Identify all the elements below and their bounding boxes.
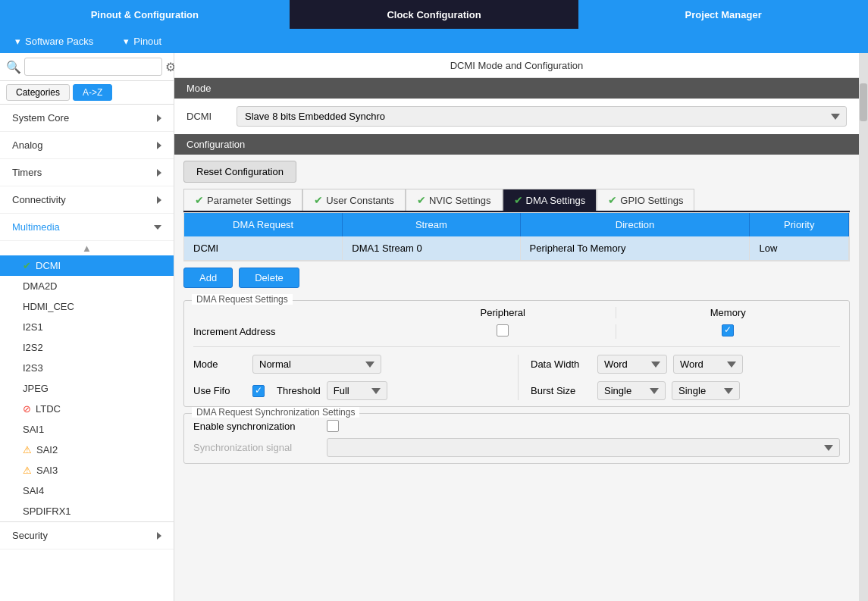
data-width-row: Data Width Byte Half Word Word Byte Half… xyxy=(531,355,840,374)
peripheral-increment-checkbox-wrapper xyxy=(390,324,616,339)
sidebar-item-sai3[interactable]: ⚠ SAI3 xyxy=(0,460,174,480)
sidebar-item-i2s1[interactable]: I2S1 xyxy=(0,317,174,337)
settings-right-col: Data Width Byte Half Word Word Byte Half… xyxy=(518,355,840,400)
chevron-right-icon xyxy=(157,169,161,177)
sidebar-item-analog[interactable]: Analog xyxy=(0,132,174,159)
threshold-label: Threshold xyxy=(277,385,321,396)
sidebar-item-i2s3[interactable]: I2S3 xyxy=(0,358,174,378)
chevron-right-icon xyxy=(157,532,161,540)
tab-categories[interactable]: Categories xyxy=(6,84,70,101)
tab-nvic-settings[interactable]: ✔ NVIC Settings xyxy=(406,189,503,211)
sidebar-item-sai2[interactable]: ⚠ SAI2 xyxy=(0,440,174,460)
reset-config-button[interactable]: Reset Configuration xyxy=(183,161,296,183)
sidebar-item-dma2d[interactable]: DMA2D xyxy=(0,276,174,296)
top-navigation: Pinout & Configuration Clock Configurati… xyxy=(0,0,868,29)
tab-gpio-settings[interactable]: ✔ GPIO Settings xyxy=(597,189,694,211)
chevron-down-icon xyxy=(154,225,161,230)
settings-columns: Mode Normal Circular Peripheral Flow Con… xyxy=(193,355,840,400)
burst-size-label: Burst Size xyxy=(531,385,591,396)
data-width-memory-select[interactable]: Byte Half Word Word xyxy=(673,355,743,374)
arrow-icon: ▾ xyxy=(124,36,129,47)
search-input[interactable] xyxy=(24,58,162,76)
scrollbar-thumb[interactable] xyxy=(860,83,867,121)
check-icon: ✔ xyxy=(608,194,617,206)
mode-form-label: Mode xyxy=(193,358,246,370)
burst-size-memory-select[interactable]: Single INCR4 INCR8 INCR16 xyxy=(672,381,740,400)
chevron-right-icon xyxy=(157,142,161,149)
use-fifo-label: Use Fifo xyxy=(193,385,246,396)
dcmi-mode-wrapper: Slave 8 bits Embedded Synchro xyxy=(237,106,847,127)
memory-increment-checkbox[interactable] xyxy=(722,324,734,336)
cell-direction: Peripheral To Memory xyxy=(520,236,750,261)
tab-atoz[interactable]: A->Z xyxy=(73,84,112,101)
data-width-peripheral-select[interactable]: Byte Half Word Word xyxy=(597,355,667,374)
chevron-right-icon xyxy=(157,114,161,122)
scrollbar[interactable] xyxy=(859,53,868,601)
sidebar-item-i2s2[interactable]: I2S2 xyxy=(0,337,174,358)
dma-table: DMA Request Stream Direction Priority DC… xyxy=(184,213,849,261)
sidebar-item-system-core[interactable]: System Core xyxy=(0,105,174,132)
nav-clock-config[interactable]: Clock Configuration xyxy=(290,0,579,29)
warning-icon: ⚠ xyxy=(23,444,32,455)
tab-dma-settings[interactable]: ✔ DMA Settings xyxy=(503,189,597,211)
mode-section-header: Mode xyxy=(174,78,859,99)
sidebar-item-security[interactable]: Security xyxy=(0,521,174,549)
check-icon: ✔ xyxy=(195,194,204,206)
content-area: DCMI Mode and Configuration Mode DCMI Sl… xyxy=(174,53,859,601)
sync-settings-fieldset: DMA Request Synchronization Settings Ena… xyxy=(183,413,850,464)
sub-navigation: ▾ Software Packs ▾ Pinout xyxy=(0,29,868,53)
subnav-software-packs[interactable]: ▾ Software Packs xyxy=(0,36,108,47)
main-layout: 🔍 ⚙ Categories A->Z System Core Analog xyxy=(0,53,868,601)
search-bar: 🔍 ⚙ xyxy=(0,53,174,81)
cell-priority: Low xyxy=(750,236,849,261)
config-area: Reset Configuration ✔ Parameter Settings… xyxy=(174,155,859,470)
enable-sync-checkbox[interactable] xyxy=(327,420,339,432)
col-dma-request: DMA Request xyxy=(184,213,343,236)
dcmi-label: DCMI xyxy=(186,111,224,122)
tab-parameter-settings[interactable]: ✔ Parameter Settings xyxy=(183,189,302,211)
add-button[interactable]: Add xyxy=(183,268,233,288)
dcmi-mode-select[interactable]: Slave 8 bits Embedded Synchro xyxy=(237,106,847,127)
increment-address-row: Increment Address xyxy=(193,324,840,339)
col-priority: Priority xyxy=(750,213,849,236)
burst-size-peripheral-select[interactable]: Single INCR4 INCR8 INCR16 xyxy=(597,381,666,400)
use-fifo-checkbox[interactable] xyxy=(252,385,265,397)
scroll-up-icon[interactable]: ▲ xyxy=(0,241,174,255)
sidebar-item-hdmi-cec[interactable]: HDMI_CEC xyxy=(0,296,174,317)
sidebar-item-ltdc[interactable]: ⊘ LTDC xyxy=(0,399,174,419)
sidebar: 🔍 ⚙ Categories A->Z System Core Analog xyxy=(0,53,174,601)
table-row[interactable]: DCMI DMA1 Stream 0 Peripheral To Memory … xyxy=(184,236,849,261)
search-icon[interactable]: 🔍 xyxy=(6,60,21,74)
nav-pinout-config[interactable]: Pinout & Configuration xyxy=(0,0,290,29)
sidebar-item-timers[interactable]: Timers xyxy=(0,159,174,186)
error-icon: ⊘ xyxy=(23,403,31,415)
sync-signal-select[interactable] xyxy=(327,438,840,457)
sidebar-item-sai4[interactable]: SAI4 xyxy=(0,480,174,501)
peripheral-label: Peripheral xyxy=(390,307,616,318)
mode-select[interactable]: Normal Circular Peripheral Flow Control xyxy=(252,355,381,374)
memory-label: Memory xyxy=(616,307,841,318)
sidebar-item-jpeg[interactable]: JPEG xyxy=(0,378,174,399)
cell-stream: DMA1 Stream 0 xyxy=(343,236,520,261)
sidebar-item-dcmi[interactable]: ✔ DCMI xyxy=(0,255,174,276)
delete-button[interactable]: Delete xyxy=(239,268,299,288)
content-title: DCMI Mode and Configuration xyxy=(174,53,859,78)
col-stream: Stream xyxy=(343,213,520,236)
config-section-header: Configuration xyxy=(174,134,859,155)
sidebar-item-multimedia[interactable]: Multimedia xyxy=(0,214,174,241)
sidebar-item-sai1[interactable]: SAI1 xyxy=(0,419,174,440)
sidebar-item-connectivity[interactable]: Connectivity xyxy=(0,186,174,214)
dma-settings-legend: DMA Request Settings xyxy=(192,294,293,305)
nav-project-manager[interactable]: Project Manager xyxy=(578,0,868,29)
sidebar-item-spdifrx1[interactable]: SPDIFRX1 xyxy=(0,501,174,521)
warning-icon: ⚠ xyxy=(23,465,32,476)
threshold-select[interactable]: 1/4 Full Half 3/4 Full Full xyxy=(327,381,387,400)
subnav-pinout[interactable]: ▾ Pinout xyxy=(108,36,177,47)
sync-signal-row: Synchronization signal xyxy=(193,438,840,457)
check-icon: ✔ xyxy=(514,194,523,206)
tab-user-constants[interactable]: ✔ User Constants xyxy=(302,189,406,211)
check-icon: ✔ xyxy=(23,260,31,271)
enable-sync-row: Enable synchronization xyxy=(193,420,840,432)
peripheral-increment-checkbox[interactable] xyxy=(497,324,509,336)
check-icon: ✔ xyxy=(417,194,426,206)
